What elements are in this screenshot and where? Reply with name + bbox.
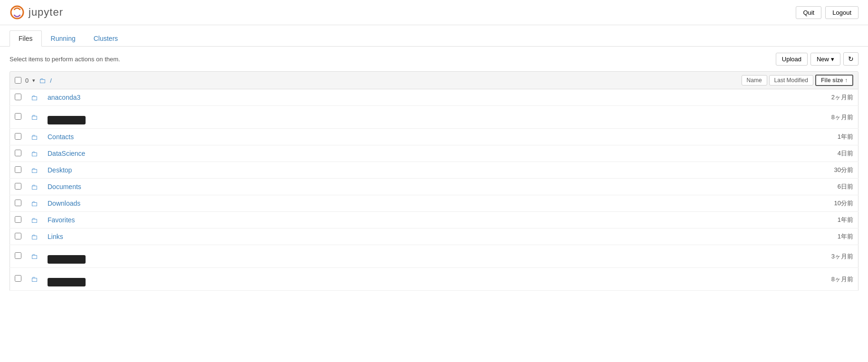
new-button[interactable]: New ▾ (810, 53, 840, 66)
row-checkbox[interactable] (15, 94, 21, 100)
row-checkbox[interactable] (15, 275, 21, 282)
file-link[interactable]: Desktop (48, 166, 72, 174)
header-buttons: Quit Logout (796, 6, 858, 19)
row-checkbox[interactable] (15, 216, 21, 223)
file-table: 🗀anaconda32ヶ月前🗀████████8ヶ月前🗀Contacts1年前🗀… (10, 89, 858, 291)
row-checkbox[interactable] (15, 113, 21, 120)
file-date: 30分前 (414, 162, 858, 179)
file-date: 6日前 (414, 179, 858, 195)
row-checkbox[interactable] (15, 150, 21, 156)
file-date: 1年前 (414, 129, 858, 145)
tabs-area: Files Running Clusters (0, 25, 868, 47)
logo-text: jupyter (29, 6, 63, 19)
redacted-name: ████████ (48, 278, 86, 286)
file-date: 10分前 (414, 195, 858, 212)
sort-name-button[interactable]: Name (742, 75, 767, 86)
row-checkbox[interactable] (15, 166, 21, 173)
file-link[interactable]: Favorites (48, 216, 75, 224)
table-row: 🗀████████3ヶ月前 (10, 245, 858, 268)
folder-icon: 🗀 (31, 275, 38, 283)
table-row: 🗀anaconda32ヶ月前 (10, 89, 858, 106)
folder-icon: 🗀 (31, 166, 38, 174)
folder-icon: 🗀 (31, 200, 38, 208)
table-row: 🗀Links1年前 (10, 229, 858, 245)
file-date: 8ヶ月前 (414, 106, 858, 129)
tabs: Files Running Clusters (10, 30, 858, 46)
table-row: 🗀Contacts1年前 (10, 129, 858, 145)
file-link[interactable]: Contacts (48, 133, 74, 141)
file-date: 4日前 (414, 145, 858, 162)
item-count-dropdown[interactable]: ▾ (32, 77, 35, 84)
redacted-name: ████████ (48, 116, 86, 124)
row-checkbox[interactable] (15, 183, 21, 190)
logout-button[interactable]: Logout (825, 6, 858, 19)
table-row: 🗀████████8ヶ月前 (10, 268, 858, 291)
file-date: 1年前 (414, 229, 858, 245)
folder-icon: 🗀 (31, 133, 38, 141)
row-checkbox[interactable] (15, 233, 21, 239)
redacted-name: ████████ (48, 255, 86, 264)
row-checkbox[interactable] (15, 252, 21, 259)
file-link[interactable]: Links (48, 233, 63, 240)
file-list-header: 0 ▾ 🗀 / Name Last Modified File size ↑ (10, 71, 858, 89)
table-row: 🗀Desktop30分前 (10, 162, 858, 179)
file-list-container: 0 ▾ 🗀 / Name Last Modified File size ↑ 🗀… (0, 71, 868, 291)
tab-clusters[interactable]: Clusters (85, 30, 127, 47)
header-right: Name Last Modified File size ↑ (742, 75, 853, 86)
breadcrumb-folder-icon: 🗀 (39, 76, 46, 85)
folder-icon: 🗀 (31, 113, 38, 121)
upload-button[interactable]: Upload (776, 53, 808, 66)
file-link[interactable]: DataScience (48, 150, 85, 157)
logo-area: jupyter (10, 5, 63, 20)
refresh-button[interactable]: ↻ (843, 52, 858, 66)
folder-icon: 🗀 (31, 94, 38, 102)
toolbar-info: Select items to perform actions on them. (10, 56, 120, 63)
sort-last-modified-button[interactable]: Last Modified (769, 75, 813, 86)
row-checkbox[interactable] (15, 200, 21, 206)
header-left: 0 ▾ 🗀 / (15, 76, 742, 85)
file-link[interactable]: Downloads (48, 200, 80, 207)
folder-icon: 🗀 (31, 216, 38, 224)
jupyter-logo-icon (10, 5, 25, 20)
tab-running[interactable]: Running (42, 30, 85, 47)
file-date: 1年前 (414, 212, 858, 229)
file-date: 3ヶ月前 (414, 245, 858, 268)
table-row: 🗀Favorites1年前 (10, 212, 858, 229)
tab-files[interactable]: Files (10, 30, 42, 47)
folder-icon: 🗀 (31, 252, 38, 260)
header: jupyter Quit Logout (0, 0, 868, 25)
select-all-checkbox[interactable] (15, 77, 21, 84)
file-date: 2ヶ月前 (414, 89, 858, 106)
row-checkbox[interactable] (15, 133, 21, 140)
folder-icon: 🗀 (31, 183, 38, 191)
sort-file-size-button[interactable]: File size ↑ (815, 75, 853, 86)
table-row: 🗀████████8ヶ月前 (10, 106, 858, 129)
quit-button[interactable]: Quit (796, 6, 821, 19)
toolbar: Select items to perform actions on them.… (0, 47, 868, 71)
table-row: 🗀Documents6日前 (10, 179, 858, 195)
item-count: 0 (25, 77, 29, 84)
folder-icon: 🗀 (31, 150, 38, 158)
table-row: 🗀DataScience4日前 (10, 145, 858, 162)
file-link[interactable]: anaconda3 (48, 94, 80, 101)
folder-icon: 🗀 (31, 233, 38, 241)
breadcrumb: / (50, 77, 52, 84)
new-dropdown-icon: ▾ (831, 56, 834, 63)
file-link[interactable]: Documents (48, 183, 81, 191)
new-label: New (817, 56, 829, 63)
file-date: 8ヶ月前 (414, 268, 858, 291)
toolbar-right: Upload New ▾ ↻ (776, 52, 858, 66)
table-row: 🗀Downloads10分前 (10, 195, 858, 212)
